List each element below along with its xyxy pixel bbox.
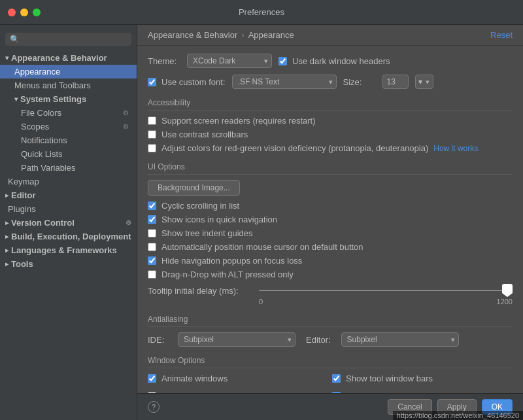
sidebar-item-file-colors[interactable]: File Colors ⚙ [0,106,137,120]
screen-readers-label: Support screen readers (requires restart… [161,116,316,126]
main-panel: Appearance & Behavior › Appearance Reset… [137,25,523,420]
show-tool-bars-label: Show tool window bars [346,374,433,383]
drag-drop-row: Drag-n-Drop with ALT pressed only [148,270,513,279]
close-button[interactable] [8,9,16,16]
how-it-works-link[interactable]: How it works [433,144,478,153]
adjust-colors-checkbox[interactable] [148,144,156,152]
sidebar-item-build-execution[interactable]: Build, Execution, Deployment [0,230,137,243]
accessibility-title: Accessibility [148,98,513,111]
size-input[interactable] [382,75,409,89]
contrast-scrollbars-row: Use contrast scrollbars [148,130,513,139]
custom-font-row: Use custom font: .SF NS Text JetBrains M… [148,75,513,89]
cyclic-scroll-checkbox[interactable] [148,201,156,210]
main-content-area: Appearance & Behavior Appearance Menus a… [0,25,523,420]
sidebar-item-menus-toolbars[interactable]: Menus and Toolbars [0,79,137,92]
size-stepper[interactable]: ▾ [415,75,433,89]
editor-select-wrap: Subpixel Greyscale No antialiasing [341,332,459,347]
sidebar-item-keymap[interactable]: Keymap [0,175,137,188]
show-tree-checkbox[interactable] [148,229,156,237]
help-button[interactable]: ? [148,401,160,413]
window-title: Preferences [239,7,284,17]
custom-font-label: Use custom font: [161,77,226,87]
dark-headers-row: Use dark window headers [278,56,390,66]
show-icons-checkbox[interactable] [148,215,156,224]
show-tree-label: Show tree indent guides [161,228,252,238]
sidebar-item-system-settings[interactable]: System Settings [0,92,137,106]
size-arrow-wrap: ▾ [415,75,433,89]
sidebar-search-container[interactable] [5,33,131,46]
editor-select[interactable]: Subpixel Greyscale No antialiasing [341,332,459,347]
search-input[interactable] [10,35,127,44]
ui-options-title: UI Options [148,162,513,175]
hide-nav-checkbox[interactable] [148,256,156,265]
auto-position-label: Automatically position mouse cursor on d… [161,242,363,252]
file-colors-icon: ⚙ [123,109,129,116]
adjust-colors-label: Adjust colors for red-green vision defic… [161,143,428,153]
scopes-icon: ⚙ [123,123,129,130]
sidebar-item-notifications[interactable]: Notifications [0,133,137,147]
screen-readers-checkbox[interactable] [148,116,156,125]
window-options-grid: Animate windows Show tool window bars Sh… [148,374,513,393]
sidebar-item-appearance-behavior[interactable]: Appearance & Behavior [0,51,137,65]
window-options-title: Window Options [148,356,513,368]
custom-font-checkbox[interactable] [148,78,156,86]
auto-position-checkbox[interactable] [148,243,156,251]
show-tool-bars-row: Show tool window bars [332,374,513,383]
maximize-button[interactable] [33,9,41,16]
theme-select[interactable]: XCode Dark Darcula IntelliJ Light High C… [187,54,272,68]
sidebar-item-plugins[interactable]: Plugins [0,202,137,216]
tooltip-max-label: 1200 [497,298,513,306]
ide-label: IDE: [148,335,167,345]
custom-font-checkbox-row: Use custom font: [148,77,226,87]
slider-thumb[interactable] [502,284,513,297]
tooltip-delay-label: Tooltip initial delay (ms): [148,286,252,296]
show-tree-row: Show tree indent guides [148,228,513,238]
cyclic-scroll-label: Cyclic scrolling in list [161,201,239,211]
theme-row: Theme: XCode Dark Darcula IntelliJ Light… [148,54,513,68]
screen-readers-row: Support screen readers (requires restart… [148,116,513,126]
tooltip-min-label: 0 [259,298,263,306]
background-image-button[interactable]: Background Image... [148,180,240,196]
slider-line [259,290,513,291]
sidebar-item-quick-lists[interactable]: Quick Lists [0,147,137,161]
breadcrumb: Appearance & Behavior › Appearance [148,30,294,40]
show-tool-bars-checkbox[interactable] [332,374,341,383]
animate-windows-checkbox[interactable] [148,374,156,383]
sidebar-item-version-control[interactable]: Version Control ⚙ [0,216,137,230]
tooltip-slider-container: Tooltip initial delay (ms): [148,285,513,296]
reset-button[interactable]: Reset [490,30,513,40]
sidebar-item-path-variables[interactable]: Path Variables [0,161,137,175]
auto-position-row: Automatically position mouse cursor on d… [148,242,513,252]
url-bar: https://blog.csdn.net/weixin_46146520 [393,411,523,420]
tooltip-slider-track [259,285,513,296]
drag-drop-checkbox[interactable] [148,270,156,279]
show-icons-row: Show icons in quick navigation [148,215,513,224]
drag-drop-label: Drag-n-Drop with ALT pressed only [161,270,294,279]
dark-window-headers-checkbox[interactable] [278,57,287,65]
sidebar-item-appearance[interactable]: Appearance [0,65,137,79]
titlebar: Preferences [0,0,523,25]
theme-label: Theme: [148,56,180,66]
ide-select[interactable]: Subpixel Greyscale No antialiasing [178,332,295,347]
minimize-button[interactable] [20,9,28,16]
traffic-lights [8,9,41,16]
adjust-colors-row: Adjust colors for red-green vision defic… [148,143,513,153]
contrast-scrollbars-checkbox[interactable] [148,130,156,139]
breadcrumb-separator: › [241,30,244,40]
version-control-icon: ⚙ [126,219,131,226]
sidebar-item-scopes[interactable]: Scopes ⚙ [0,120,137,133]
font-select[interactable]: .SF NS Text JetBrains Mono Menlo Monaco [232,75,337,89]
main-header: Appearance & Behavior › Appearance Reset [137,25,523,46]
sidebar-item-editor[interactable]: Editor [0,188,137,202]
dark-window-headers-label: Use dark window headers [292,56,390,66]
sidebar-item-label: Appearance & Behavior [11,53,107,63]
hide-nav-label: Hide navigation popups on focus loss [161,256,302,266]
settings-content: Theme: XCode Dark Darcula IntelliJ Light… [137,46,523,393]
size-label: Size: [343,77,376,87]
sidebar-item-tools[interactable]: Tools [0,257,137,271]
breadcrumb-part2: Appearance [248,30,294,40]
editor-label: Editor: [306,335,331,345]
sidebar-item-languages-frameworks[interactable]: Languages & Frameworks [0,243,137,257]
preferences-window: Preferences Appearance & Behavior Appear… [0,0,523,420]
font-select-wrap: .SF NS Text JetBrains Mono Menlo Monaco [232,75,337,89]
